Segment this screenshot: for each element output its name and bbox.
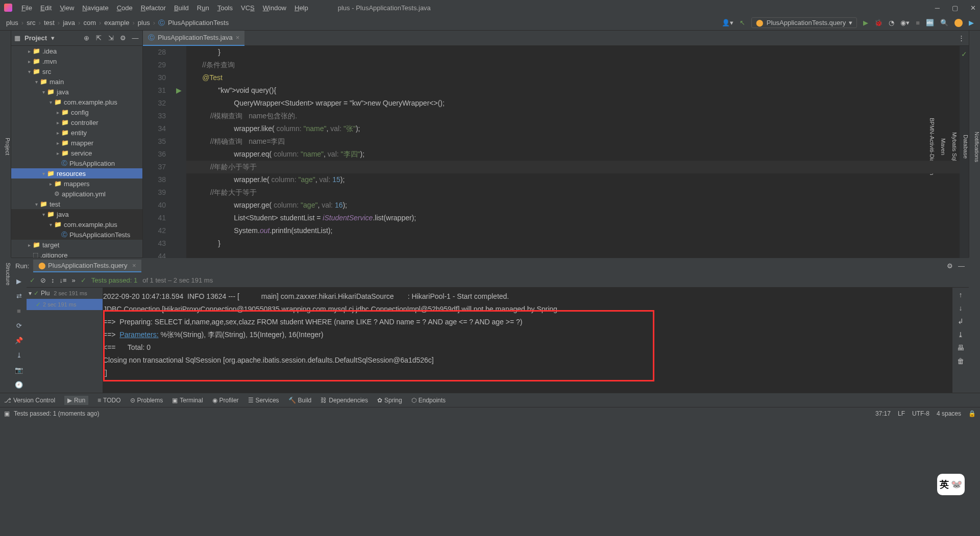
tree-item[interactable]: ▾📁resources xyxy=(11,168,142,178)
tree-item[interactable]: ▾📁test xyxy=(11,199,142,209)
menu-refactor[interactable]: Refactor xyxy=(137,4,170,12)
export-icon[interactable]: ⤓ xyxy=(16,351,22,359)
crumb[interactable]: com xyxy=(83,19,96,27)
project-tool-button[interactable]: Project xyxy=(5,36,11,258)
check-icon[interactable]: ✓ xyxy=(30,276,35,284)
soft-wrap-icon[interactable]: ↲ xyxy=(958,317,964,325)
tree-item[interactable]: ▸📁.mvn xyxy=(11,56,142,66)
tree-item[interactable]: ⚙application.yml xyxy=(11,189,142,199)
stop-icon[interactable]: ■ xyxy=(17,307,21,315)
chevron-down-icon[interactable]: ▾ xyxy=(51,34,55,42)
sort-icon[interactable]: ↕ xyxy=(51,276,55,284)
tree-item[interactable]: ▸📁controller xyxy=(11,117,142,127)
bottom-vcs[interactable]: ⎇ Version Control xyxy=(4,397,55,404)
menu-file[interactable]: File xyxy=(17,4,36,12)
tree-item[interactable]: ▾📁src xyxy=(11,66,142,76)
notifications-button[interactable]: Notifications xyxy=(974,36,980,258)
test-leaf[interactable]: ✓ 2 sec 191 ms xyxy=(27,299,103,310)
hide-icon[interactable]: — xyxy=(958,262,965,270)
menu-view[interactable]: View xyxy=(56,4,78,12)
expand-icon[interactable]: » xyxy=(72,276,76,284)
menu-build[interactable]: Build xyxy=(170,4,193,12)
bottom-problems[interactable]: ⊝ Problems xyxy=(130,397,163,404)
run-tab[interactable]: ⬤ PlusApplicationTests.query × xyxy=(33,260,141,272)
encoding[interactable]: UTF-8 xyxy=(912,410,929,417)
gear-icon[interactable]: ⚙ xyxy=(947,262,953,270)
bottom-spring[interactable]: ✿ Spring xyxy=(377,397,402,404)
tree-item[interactable]: ▸📁mapper xyxy=(11,138,142,148)
tree-item[interactable]: ▸📁service xyxy=(11,148,142,158)
run-test-tree[interactable]: ▾✓ Plu 2 sec 191 ms ✓ 2 sec 191 ms xyxy=(27,288,103,393)
debug-icon[interactable]: 🐞 xyxy=(874,19,883,27)
collapse-all-icon[interactable]: ⇲ xyxy=(107,34,115,42)
menu-run[interactable]: Run xyxy=(193,4,213,12)
expand-all-icon[interactable]: ⇱ xyxy=(94,34,103,42)
bottom-deps[interactable]: ⛓ Dependencies xyxy=(321,397,368,404)
console[interactable]: 2022-09-20 10:47:18.594 INFO 13624 --- [… xyxy=(103,288,952,393)
close-run-tab-icon[interactable]: × xyxy=(132,262,136,269)
tree-item[interactable]: ⒸPlusApplication xyxy=(11,158,142,168)
close-icon[interactable]: ✕ xyxy=(970,4,976,12)
menu-code[interactable]: Code xyxy=(113,4,137,12)
coverage-icon[interactable]: ◔ xyxy=(889,19,894,27)
cursor-pos[interactable]: 37:17 xyxy=(875,410,891,417)
sort2-icon[interactable]: ↓≡ xyxy=(60,276,67,284)
menu-edit[interactable]: Edit xyxy=(36,4,56,12)
menu-navigate[interactable]: Navigate xyxy=(78,4,112,12)
status-icon[interactable]: ▣ xyxy=(4,410,10,417)
toggle-test-icon[interactable]: ⇄ xyxy=(16,292,22,300)
crumb[interactable]: plus xyxy=(138,19,150,27)
tree-item[interactable]: ⬚.gitignore xyxy=(11,250,142,258)
scroll-up-icon[interactable]: ↑ xyxy=(959,291,963,299)
bottom-terminal[interactable]: ▣ Terminal xyxy=(172,397,203,404)
close-tab-icon[interactable]: × xyxy=(236,34,240,41)
tree-item[interactable]: ▸📁.idea xyxy=(11,46,142,56)
select-opened-icon[interactable]: ⊕ xyxy=(82,34,90,42)
bottom-profiler[interactable]: ◉ Profiler xyxy=(212,397,239,404)
menu-window[interactable]: Window xyxy=(259,4,290,12)
tree-item[interactable]: ▾📁com.example.plus xyxy=(11,219,142,229)
restart-icon[interactable]: ⟳ xyxy=(16,322,22,329)
profile-icon[interactable]: ◉▾ xyxy=(900,19,910,27)
history-icon[interactable]: 🕘 xyxy=(15,381,23,389)
maximize-icon[interactable]: ▢ xyxy=(952,4,958,12)
bottom-endpoints[interactable]: ⬡ Endpoints xyxy=(411,397,446,404)
bottom-services[interactable]: ☰ Services xyxy=(248,397,279,404)
ime-badge[interactable]: 英 🐭 xyxy=(937,474,965,495)
jrebel-icon[interactable]: ▶ xyxy=(969,19,974,27)
user-icon[interactable]: 👤▾ xyxy=(722,19,733,27)
tree-item[interactable]: ▾📁java xyxy=(11,87,142,97)
stop-icon[interactable]: ■ xyxy=(916,19,920,27)
tree-item[interactable]: ▾📁main xyxy=(11,76,142,87)
test-root[interactable]: ▾✓ Plu 2 sec 191 ms xyxy=(27,288,103,299)
translate-icon[interactable]: 🔤 xyxy=(926,19,934,27)
tree-item[interactable]: ▾📁com.example.plus xyxy=(11,97,142,107)
crumb[interactable]: PlusApplicationTests xyxy=(168,19,229,27)
bottom-todo[interactable]: ≡ TODO xyxy=(97,397,120,404)
rerun-icon[interactable]: ▶ xyxy=(16,277,21,285)
indent[interactable]: 4 spaces xyxy=(937,410,961,417)
tree-item[interactable]: ▸📁entity xyxy=(11,127,142,138)
structure-button[interactable]: Structure xyxy=(5,263,11,385)
clear-icon[interactable]: 🗑 xyxy=(957,357,964,365)
gear-icon[interactable]: ⚙ xyxy=(119,34,127,42)
project-view-icon[interactable]: ▦ xyxy=(14,34,20,42)
tree-item[interactable]: ▸📁config xyxy=(11,107,142,117)
menu-vcs[interactable]: VCS xyxy=(237,4,259,12)
crumb[interactable]: test xyxy=(44,19,55,27)
minimize-icon[interactable]: ─ xyxy=(935,4,940,12)
lock-icon[interactable]: 🔒 xyxy=(968,410,976,417)
editor-tab[interactable]: Ⓒ PlusApplicationTests.java × xyxy=(143,31,244,46)
code[interactable]: } //条件查询 @Test "kw">void query(){ QueryW… xyxy=(186,46,960,263)
scroll-end-icon[interactable]: ⤓ xyxy=(958,330,964,339)
tree-item[interactable]: ▸📁target xyxy=(11,240,142,250)
pin-icon[interactable]: 📌 xyxy=(15,337,23,344)
tree-item[interactable]: ▾📁java xyxy=(11,209,142,219)
crumb[interactable]: java xyxy=(63,19,75,27)
print-icon[interactable]: 🖶 xyxy=(957,344,964,352)
menu-tools[interactable]: Tools xyxy=(213,4,237,12)
parameters-link[interactable]: Parameters: xyxy=(119,330,158,339)
run-config-dropdown[interactable]: ⬤ PlusApplicationTests.query ▾ xyxy=(751,17,857,28)
run-button[interactable]: ▶ xyxy=(863,19,868,27)
tree-item[interactable]: ▸📁mappers xyxy=(11,178,142,189)
